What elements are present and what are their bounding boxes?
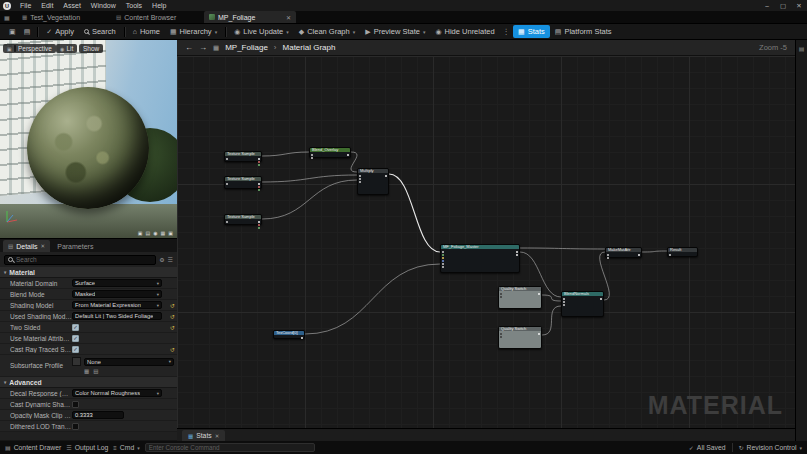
- material-node[interactable]: BlendNormals: [561, 291, 604, 317]
- menu-window[interactable]: Window: [86, 0, 121, 11]
- node-output-pin[interactable]: [516, 254, 518, 256]
- apply-button[interactable]: ✓Apply: [41, 25, 79, 38]
- output-log-button[interactable]: ☰Output Log: [66, 444, 108, 451]
- reset-to-default-icon[interactable]: ↺: [170, 302, 177, 309]
- menu-tools[interactable]: Tools: [121, 0, 147, 11]
- material-node[interactable]: TexCoord[0]: [273, 330, 305, 339]
- perspective-dropdown[interactable]: Perspective: [14, 44, 56, 53]
- preview-shape-icon[interactable]: ▦: [161, 230, 166, 236]
- console-command-input[interactable]: [145, 443, 315, 452]
- search-button[interactable]: Search: [79, 25, 121, 38]
- node-input-pin[interactable]: [442, 257, 444, 259]
- lit-mode-dropdown[interactable]: ◉Lit: [56, 44, 77, 53]
- preview-shape-icon[interactable]: ◉: [153, 230, 157, 236]
- material-preview-viewport[interactable]: ▣ Perspective ◉Lit Show ▣ ▤ ◉ ▦ ▣: [0, 40, 177, 238]
- back-icon[interactable]: ←: [185, 43, 193, 52]
- breadcrumb-page[interactable]: Material Graph: [283, 43, 336, 52]
- node-output-pin[interactable]: [258, 189, 260, 191]
- node-output-pin[interactable]: [347, 154, 349, 156]
- browse-asset-button[interactable]: ▤: [20, 26, 35, 38]
- reset-to-default-icon[interactable]: ↺: [170, 346, 177, 353]
- details-search-box[interactable]: [4, 255, 156, 265]
- tab-close-icon[interactable]: ✕: [286, 14, 291, 21]
- node-input-pin[interactable]: [442, 254, 444, 256]
- palette-sidebar-collapsed[interactable]: ▤: [795, 40, 807, 441]
- node-input-pin[interactable]: [226, 183, 228, 185]
- details-search-input[interactable]: [16, 256, 152, 263]
- preview-sphere[interactable]: [27, 87, 149, 209]
- breadcrumb-root[interactable]: MP_Foliage: [225, 43, 268, 52]
- node-input-pin[interactable]: [442, 251, 444, 253]
- save-button[interactable]: ▣: [5, 26, 20, 38]
- property-dropdown[interactable]: Surface▾: [72, 279, 162, 287]
- node-input-pin[interactable]: [563, 304, 565, 306]
- live-update-button[interactable]: ◉Live Update▾: [229, 25, 294, 38]
- node-input-pin[interactable]: [563, 298, 565, 300]
- tab-parameters[interactable]: Parameters: [50, 240, 100, 252]
- content-drawer-button[interactable]: ▤Content Drawer: [5, 444, 61, 451]
- property-checkbox[interactable]: ✓: [72, 346, 79, 353]
- node-output-pin[interactable]: [258, 221, 260, 223]
- property-checkbox[interactable]: ✓: [72, 335, 79, 342]
- graph-canvas[interactable]: MATERIAL Texture SampleTexture SampleTex…: [177, 56, 795, 428]
- preview-shape-icon[interactable]: ▣: [138, 230, 143, 236]
- node-output-pin[interactable]: [538, 333, 540, 335]
- tab-stats[interactable]: ▦ Stats ✕: [182, 430, 225, 441]
- node-output-pin[interactable]: [258, 164, 260, 166]
- menu-edit[interactable]: Edit: [36, 0, 58, 11]
- material-node[interactable]: Texture Sample: [224, 176, 262, 189]
- node-output-pin[interactable]: [258, 227, 260, 229]
- reset-to-default-icon[interactable]: ↺: [170, 313, 177, 320]
- property-checkbox[interactable]: ✓: [72, 324, 79, 331]
- node-input-pin[interactable]: [607, 257, 609, 259]
- property-checkbox[interactable]: [72, 401, 79, 408]
- reset-to-default-icon[interactable]: ↺: [170, 324, 177, 331]
- hide-unrelated-button[interactable]: ◉Hide Unrelated: [430, 25, 499, 38]
- layout-menu-icon[interactable]: ▦: [4, 14, 10, 21]
- material-node[interactable]: Multiply: [357, 168, 389, 195]
- property-dropdown[interactable]: Masked▾: [72, 290, 162, 298]
- platform-stats-button[interactable]: ▤Platform Stats: [550, 25, 617, 38]
- asset-browse-icon[interactable]: ▦: [84, 368, 89, 374]
- preview-shape-icon[interactable]: ▤: [145, 230, 150, 236]
- node-input-pin[interactable]: [669, 254, 671, 256]
- tab-content-browser[interactable]: ▤ Content Browser: [110, 11, 182, 23]
- overflow-menu-icon[interactable]: ⋮: [500, 27, 514, 36]
- preview-state-button[interactable]: ▶Preview State▾: [360, 25, 430, 38]
- node-output-pin[interactable]: [385, 175, 387, 177]
- node-input-pin[interactable]: [226, 221, 228, 223]
- node-input-pin[interactable]: [359, 175, 361, 177]
- node-input-pin[interactable]: [359, 181, 361, 183]
- node-input-pin[interactable]: [442, 260, 444, 262]
- close-button[interactable]: ✕: [791, 2, 807, 10]
- material-node[interactable]: Texture Sample: [224, 151, 262, 162]
- asset-dropdown[interactable]: None▾: [84, 358, 174, 366]
- node-output-pin[interactable]: [258, 158, 260, 160]
- filter-icon[interactable]: ☰: [168, 256, 173, 263]
- material-node[interactable]: Blend_Overlay: [309, 147, 351, 158]
- menu-asset[interactable]: Asset: [58, 0, 86, 11]
- node-output-pin[interactable]: [258, 183, 260, 185]
- node-input-pin[interactable]: [311, 154, 313, 156]
- close-icon[interactable]: ✕: [215, 433, 220, 439]
- settings-icon[interactable]: ⚙: [159, 256, 164, 263]
- node-output-pin[interactable]: [516, 251, 518, 253]
- node-output-pin[interactable]: [258, 161, 260, 163]
- node-input-pin[interactable]: [359, 178, 361, 180]
- section-material[interactable]: ▾ Material: [0, 267, 177, 278]
- node-input-pin[interactable]: [500, 296, 502, 298]
- menu-file[interactable]: File: [15, 0, 36, 11]
- node-input-pin[interactable]: [226, 158, 228, 160]
- property-dropdown[interactable]: Color Normal Roughness▾: [72, 389, 162, 397]
- hierarchy-button[interactable]: ▦Hierarchy▾: [165, 25, 222, 38]
- node-input-pin[interactable]: [563, 301, 565, 303]
- show-dropdown[interactable]: Show: [79, 44, 103, 53]
- node-input-pin[interactable]: [500, 293, 502, 295]
- clean-graph-button[interactable]: ◆Clean Graph▾: [294, 25, 360, 38]
- tab-mp-foliage[interactable]: MP_Foliage ✕: [204, 11, 296, 23]
- minimize-button[interactable]: –: [759, 2, 775, 10]
- node-input-pin[interactable]: [500, 336, 502, 338]
- stats-toggle-button[interactable]: ▦Stats: [513, 25, 550, 38]
- material-node[interactable]: Result: [667, 247, 698, 257]
- home-button[interactable]: ⌂Home: [128, 25, 165, 38]
